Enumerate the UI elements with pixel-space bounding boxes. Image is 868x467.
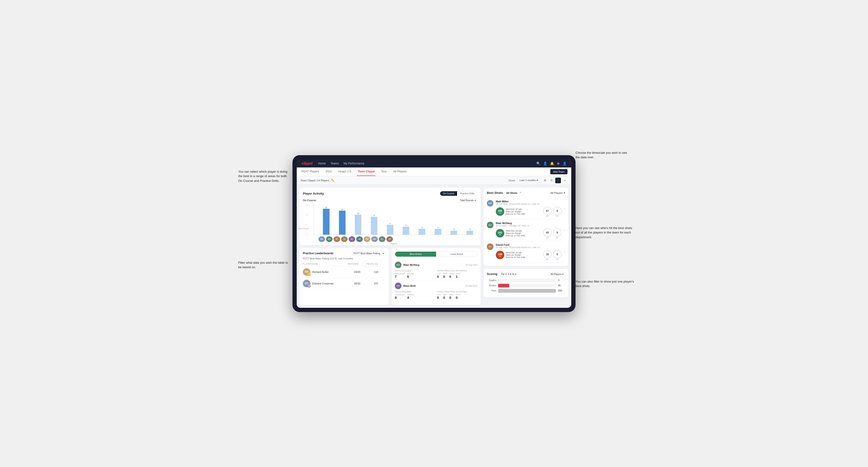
all-shots-tab[interactable]: All Shots [505,191,519,195]
rank-badge-1: 1 [308,273,311,276]
time-select[interactable]: Last 3 months ▾ [518,178,540,183]
tab-pga[interactable]: PGA [325,167,333,176]
avatar-icon[interactable]: 👤 [563,161,566,165]
bar-group-5: 4 [399,224,414,235]
shot-row-1[interactable]: MM Matt Miller 09 Jun 2023 · Royal North… [487,198,565,219]
bar-chart-area: Total Rounds 15 10 5 0 1312109543322 MMB… [303,204,477,242]
tab-all-players[interactable]: All Players [392,167,408,176]
bar-9 [467,231,473,235]
rounds-title-2: Total Rounds [395,290,435,293]
all-shots-arrow: ▾ [520,191,521,195]
tablet-screen: clippd Home Teams My Performance 🔍 👤 🔔 ⊕… [297,159,571,308]
nav-items: Home Teams My Performance [318,162,531,165]
arg-label-2: ARG [450,294,453,296]
bar-group-8: 2 [446,228,462,235]
practice-select[interactable]: PUTT Must Make Putting... ▾ [352,251,385,255]
right-panel: Best Shots All Shots ▾ All Players ▾ M [484,188,568,305]
app-num-2: 0 [443,296,447,300]
left-panel: Player Activity On Course Practice Drill… [300,188,481,305]
shot-row-3[interactable]: DF David Ford 24 Aug 2023 · Royal North … [487,241,565,263]
nav-icons: 🔍 👤 🔔 ⊕ 👤 [536,161,566,165]
practice-drills-toggle[interactable]: Practice Drills [457,191,477,196]
active-avatar-1: BM [395,261,401,268]
scoring-header: Scoring Par 3, 4 & 5s ▾ All Players ▾ [487,272,565,276]
tab-team-clippd[interactable]: Team Clippd [357,167,375,176]
scoring-val-eagles: 3 [558,279,565,282]
least-active-tab[interactable]: Least Active [436,252,477,257]
shot-metric-2a: 43 yds [543,228,552,239]
bar-5 [403,227,409,235]
most-active-tab[interactable]: Most Active [395,252,436,257]
tab-bar: PGAT Players PGA Hcaps 1-5 Team Clippd T… [297,167,571,176]
show-label: Show: [508,179,516,182]
annotation-bottom-left: Filter what data you wish the table to b… [238,260,290,270]
avatar-row: MMBMDFJCEEOBRBMMECLR [314,236,477,242]
bar-value-5: 4 [405,224,406,226]
main-content: Player Activity On Course Practice Drill… [297,185,571,308]
shot-stats-1: Shot Dist: 67 yds Start Lie: Rough End L… [506,208,542,215]
putt-label-1: PUTT [456,273,461,275]
scoring-filter-1[interactable]: Par 3, 4 & 5s ▾ [499,272,518,276]
bar-value-4: 5 [390,223,391,224]
mini-avatar-8: EC [379,236,385,242]
score-2: 18/20 [348,282,367,285]
on-course-toggle[interactable]: On Course [440,191,457,196]
mini-avatar-9: LR [386,236,393,242]
best-shots-card: Best Shots All Shots ▾ All Players ▾ M [484,188,568,266]
active-player-block-2: RB Rees Britt 02 Sep 2023 Total Rounds [395,281,477,302]
list-view-icon[interactable]: ⊟ [549,178,554,183]
active-player-header-2: RB Rees Britt 02 Sep 2023 [395,283,477,289]
tab-hcaps[interactable]: Hcaps 1-5 [337,167,352,176]
shot-row-2[interactable]: BM Blair McHarg 23 Jul 2023 · Ashridge G… [487,219,565,241]
players-filter[interactable]: All Players ▾ [551,191,565,194]
shot-info-2: Blair McHarg 23 Jul 2023 · Ashridge GC, … [496,222,562,239]
y-tick-10: 10 [306,214,308,216]
tab-pgat[interactable]: PGAT Players [301,167,320,176]
add-team-button[interactable]: Add Team [550,169,567,174]
best-shots-title: Best Shots [487,191,503,195]
scoring-filter-2[interactable]: All Players ▾ [549,272,565,276]
nav-my-performance[interactable]: My Performance [343,162,364,165]
practice-header: Practice Leaderboards PUTT Must Make Put… [303,251,385,255]
rank-badge-2: 2 [308,284,311,288]
nav-teams[interactable]: Teams [331,162,339,165]
tournament-num-1: 7 [395,275,405,279]
practice-title: Practice Leaderboards [303,252,333,255]
chevron-right-3[interactable]: › [564,250,565,254]
shot-location-2: 23 Jul 2023 · Ashridge GC, Hole 15 [496,224,562,227]
tab-tour[interactable]: Tour [380,167,388,176]
bar-value-3: 9 [374,215,375,216]
grid-view-icon[interactable]: ⊞ [542,178,548,183]
sub-header: Team Clippd | 14 Players ✏️ Show: Last 3… [297,176,571,185]
nav-home[interactable]: Home [318,162,326,165]
active-player-block-1: BM Blair McHarg 26 Aug 2023 Total Rounds [395,260,477,281]
chart-filter[interactable]: Total Rounds ▾ [458,198,477,203]
col-pb-avg: PB AVG SQ [367,263,385,265]
shot-metric-2b: 0 yds [553,228,562,239]
mini-avatar-4: EE [349,236,355,242]
scoring-label-pars: Pars [487,289,496,292]
menu-view-icon[interactable]: ≡ [562,178,567,183]
shot-details-2: 200 SG Shot Dist: 43 yds Start Lie: Roug… [496,228,562,239]
chevron-right-2[interactable]: › [564,228,565,232]
best-shots-header: Best Shots All Shots ▾ All Players ▾ [487,191,565,195]
bar-1 [339,211,346,235]
shot-player-name-2: Blair McHarg [496,222,562,224]
col-pb-score: PB SCORE [348,263,367,265]
shot-player-name-3: David Ford [496,243,562,246]
arg-num-1: 0 [450,275,453,279]
search-icon[interactable]: 🔍 [536,161,540,165]
user-icon[interactable]: 👤 [543,161,547,165]
scoring-row-birdies: Birdies 96 [487,284,565,287]
chevron-right-1[interactable]: › [564,206,565,210]
bell-icon[interactable]: 🔔 [550,161,554,165]
plus-circle-icon[interactable]: ⊕ [557,161,560,165]
shots-toggle: All Shots ▾ [505,191,521,195]
scoring-row-eagles: Eagles 3 [487,279,565,282]
heart-view-icon[interactable]: ♡ [555,178,561,183]
bar-value-8: 2 [454,228,455,230]
edit-icon[interactable]: ✏️ [331,179,335,182]
bar-7 [435,229,441,235]
shot-stats-2: Shot Dist: 43 yds Start Lie: Rough End L… [506,230,542,237]
bar-value-1: 12 [341,209,343,210]
